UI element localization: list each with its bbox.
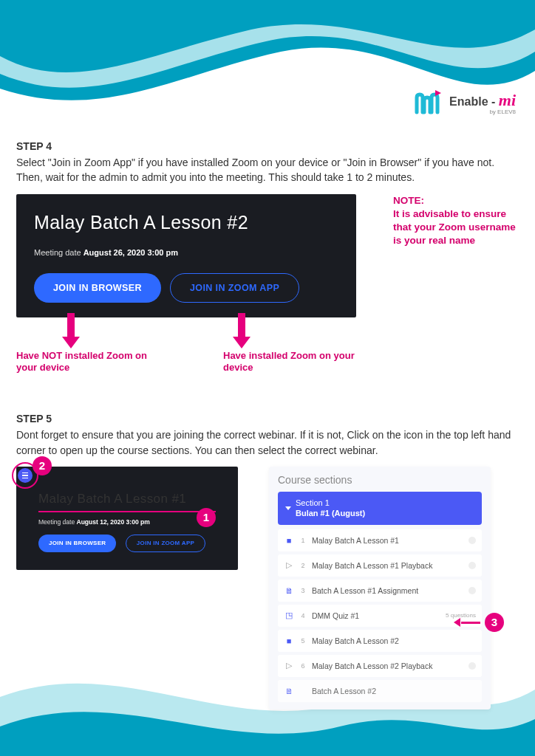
hamburger-icon[interactable]: [18, 468, 33, 483]
note-block: NOTE: It is advisable to ensure that you…: [393, 194, 519, 248]
section-subtitle: Bulan #1 (August): [296, 508, 365, 518]
item-label: Batch A Lesson #1 Assignment: [312, 586, 418, 595]
brand-mi: mi: [499, 91, 516, 109]
status-dot: [468, 537, 476, 544]
annotation-installed: Have installed Zoom on your device: [223, 350, 356, 375]
course-item[interactable]: ■ 5 Malay Batch A Lesson #2: [278, 630, 482, 652]
quiz-icon: ◳: [284, 611, 294, 621]
section-header[interactable]: Section 1 Bulan #1 (August): [278, 492, 482, 525]
item-index: 2: [300, 562, 306, 569]
course-item[interactable]: 🗎 Batch A Lesson #2: [278, 680, 482, 702]
item-index: 5: [300, 637, 306, 645]
item-index: 6: [300, 662, 306, 670]
item-index: 1: [300, 537, 306, 544]
item-label: DMM Quiz #1: [312, 611, 359, 620]
document-icon: 🗎: [284, 585, 294, 596]
status-dot: [468, 562, 476, 569]
join-in-zoom-app-button[interactable]: JOIN IN ZOOM APP: [126, 535, 205, 552]
logo-mark-icon: [414, 87, 445, 118]
brand-prefix: Enable -: [449, 95, 499, 108]
zoom-lesson-title: Malay Batch A Lesson #2: [34, 212, 338, 233]
item-label: Batch A Lesson #2: [312, 687, 376, 695]
course-item[interactable]: ▷ 2 Malay Batch A Lesson #1 Playback: [278, 554, 482, 577]
course-item[interactable]: ▷ 6 Malay Batch A Lesson #2 Playback: [278, 655, 482, 677]
course-sections-panel: Course sections Section 1 Bulan #1 (Augu…: [269, 467, 491, 709]
item-index: 3: [300, 587, 306, 594]
play-icon: ▷: [284, 661, 294, 671]
zoom-join-panel: Malay Batch A Lesson #2 Meeting date Aug…: [16, 194, 356, 317]
join-in-browser-button[interactable]: JOIN IN BROWSER: [34, 273, 161, 303]
annotation-not-installed: Have NOT installed Zoom on your device: [16, 350, 149, 375]
section-name: Section 1: [296, 498, 365, 508]
zoom-meeting-date-small: Meeting date August 12, 2020 3:00 pm: [38, 518, 216, 526]
note-title: NOTE:: [393, 194, 519, 207]
course-item[interactable]: 🗎 3 Batch A Lesson #1 Assignment: [278, 580, 482, 602]
step5-body: Dont forget to ensure that you are joini…: [16, 427, 519, 458]
item-label: Malay Batch A Lesson #1 Playback: [312, 561, 432, 570]
play-icon: ▷: [284, 560, 294, 571]
arrow-left-icon: [457, 619, 480, 625]
join-in-zoom-app-button[interactable]: JOIN IN ZOOM APP: [170, 273, 299, 303]
course-item[interactable]: ■ 1 Malay Batch A Lesson #1: [278, 529, 482, 551]
item-meta: 5 questions: [446, 612, 476, 619]
annotation-number-2: 2: [33, 456, 52, 475]
zoom-lesson-title-small: Malay Batch A Lesson #1: [38, 492, 216, 506]
step5-heading: STEP 5: [16, 413, 519, 425]
status-dot: [468, 662, 476, 670]
brand-text: Enable - mi: [449, 91, 516, 110]
caret-down-icon: [285, 506, 291, 510]
step4-heading: STEP 4: [16, 140, 519, 152]
annotation-number-1: 1: [197, 508, 216, 527]
course-sections-title: Course sections: [278, 474, 482, 486]
annotation-number-3: 3: [485, 613, 504, 632]
join-in-browser-button[interactable]: JOIN IN BROWSER: [38, 535, 116, 552]
item-label: Malay Batch A Lesson #2: [312, 636, 399, 645]
step4-body: Select "Join in Zoom App" if you have in…: [16, 155, 519, 185]
note-body: It is advisable to ensure that your Zoom…: [393, 207, 519, 248]
course-item[interactable]: ◳ 4 DMM Quiz #1 5 questions: [278, 605, 482, 627]
item-index: 4: [300, 612, 306, 619]
brand-logo: Enable - mi by ELEV8: [414, 87, 516, 118]
zoom-meeting-date: Meeting date August 26, 2020 3:00 pm: [34, 248, 338, 257]
zoom-join-panel-small: 2 Malay Batch A Lesson #1 1 Meeting date…: [16, 467, 238, 570]
video-icon: ■: [284, 535, 294, 546]
title-underline: [38, 511, 216, 512]
item-label: Malay Batch A Lesson #1: [312, 536, 399, 545]
status-dot: [468, 587, 476, 594]
video-icon: ■: [284, 636, 294, 646]
document-icon: 🗎: [284, 686, 294, 696]
item-label: Malay Batch A Lesson #2 Playback: [312, 662, 432, 670]
